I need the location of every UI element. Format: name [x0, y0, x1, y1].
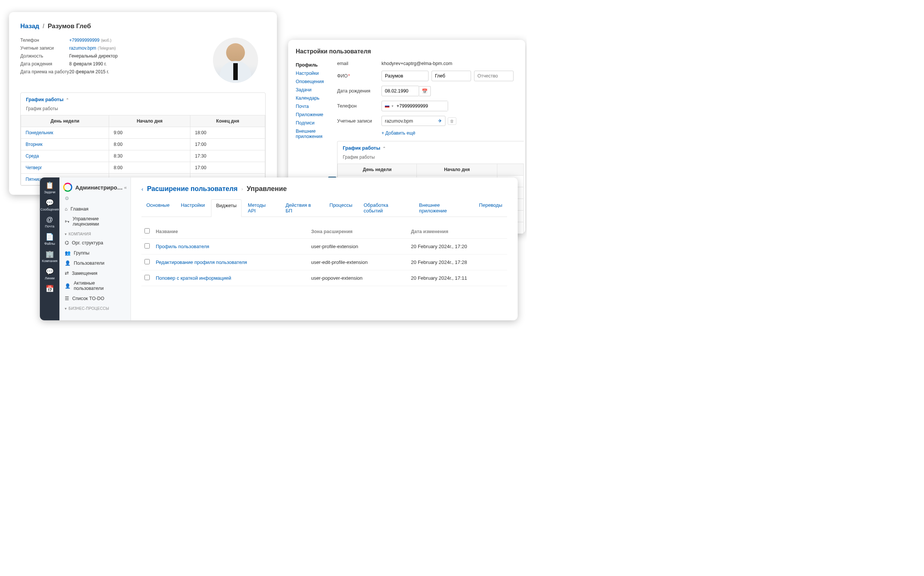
table-row[interactable]: Поповер с краткой информациейuser-popove… [141, 270, 507, 286]
logo-icon [63, 183, 72, 192]
settings-nav-item[interactable]: Задачи [296, 86, 333, 94]
table-row: Четверг8:0017:00 [21, 162, 265, 174]
rail-item[interactable]: 💬Линии [45, 267, 55, 280]
chevron-up-icon: ⌃ [66, 98, 69, 102]
select-all-checkbox[interactable] [144, 228, 150, 234]
nav-todo[interactable]: ☰Список TO-DO [59, 293, 130, 303]
rail-item[interactable]: 🏢Компания [42, 250, 57, 263]
table-row[interactable]: Профиль пользователяuser-profile-extensi… [141, 239, 507, 254]
gear-icon[interactable]: ⚙ [59, 195, 130, 204]
account-input[interactable]: razumov.bpm✈ [382, 116, 446, 126]
flag-ru-icon[interactable] [385, 104, 390, 107]
settings-nav-item[interactable]: Подписи [296, 119, 333, 127]
rail-item[interactable]: 📅 [45, 285, 54, 294]
tab[interactable]: Действия в БП [281, 199, 323, 216]
nav-title: Администриров… [75, 184, 124, 190]
settings-nav-item[interactable]: Календарь [296, 94, 333, 102]
settings-nav-item[interactable]: Почта [296, 102, 333, 110]
settings-nav-item[interactable]: Внешние приложения [296, 127, 333, 141]
table-row: Понедельник9:0018:00 [21, 127, 265, 139]
settings-nav-item[interactable]: Настройки [296, 69, 333, 77]
active-icon: 👤 [65, 283, 71, 289]
phone-value[interactable]: +79999999999 [69, 38, 99, 43]
rail-item[interactable]: 📄Файлы [44, 233, 55, 245]
dob-value: 8 февраля 1990 г. [69, 61, 106, 67]
tab[interactable]: Виджеты [211, 199, 241, 217]
settings-nav-item[interactable]: Оповещения [296, 77, 333, 86]
crumb-parent[interactable]: Расширение пользователя [147, 185, 238, 193]
nav-substitutions[interactable]: ⇄Замещения [59, 268, 130, 278]
nav-group-company[interactable]: ▾КОМПАНИЯ [59, 229, 130, 238]
tab[interactable]: Основные [141, 199, 175, 216]
tab[interactable]: Внешнее приложение [414, 199, 473, 216]
rail-item[interactable]: @Почта [45, 216, 55, 228]
rail: 📋Задачи💬Сообщения@Почта📄Файлы🏢Компания💬Л… [40, 178, 59, 320]
dob-input[interactable] [382, 86, 419, 96]
add-more-link[interactable]: + Добавить ещё [382, 130, 524, 136]
email-label: email [337, 61, 382, 66]
col-name: Название [153, 224, 308, 239]
hire-value: 20 февраля 2015 г. [69, 69, 109, 74]
widget-link[interactable]: Редактирование профиля пользователя [156, 259, 247, 265]
row-checkbox[interactable] [144, 243, 150, 248]
phone-input[interactable] [395, 101, 448, 111]
account-label: Учетные записи [20, 45, 69, 51]
nav-group-bp[interactable]: ▾БИЗНЕС-ПРОЦЕССЫ [59, 303, 130, 312]
col-start: Начало дня [109, 115, 190, 127]
dob-label: Дата рождения [20, 61, 69, 67]
collapse-icon[interactable]: « [124, 185, 127, 190]
back-icon[interactable]: ‹ [141, 186, 143, 192]
phone-input-wrap[interactable]: ▾ [382, 101, 448, 111]
telegram-icon: ✈ [438, 118, 442, 124]
home-icon: ⌂ [65, 206, 68, 212]
col-start: Начало дня [417, 164, 497, 176]
table-row[interactable]: Редактирование профиля пользователяuser-… [141, 254, 507, 270]
row-checkbox[interactable] [144, 259, 150, 264]
nav-orgstructure[interactable]: ⌬Орг. структура [59, 238, 130, 248]
lastname-input[interactable] [382, 71, 428, 81]
tab[interactable]: Методы API [243, 199, 279, 216]
settings-nav-item[interactable]: Профиль [296, 61, 333, 69]
dob-label: Дата рождения [337, 88, 382, 94]
phone-label: Телефон [337, 103, 382, 109]
swap-icon: ⇄ [65, 270, 69, 276]
key-icon: 🗝 [65, 219, 70, 224]
back-link[interactable]: Назад [20, 22, 39, 30]
nav-groups[interactable]: 👥Группы [59, 248, 130, 258]
hire-label: Дата приема на работу [20, 69, 69, 74]
rail-item[interactable]: 📋Задачи [44, 181, 55, 194]
rail-item[interactable]: 💬Сообщения [41, 198, 59, 211]
delete-account-icon[interactable]: 🗑 [448, 117, 456, 125]
schedule-subtitle: График работы [337, 155, 524, 163]
fio-label: ФИО* [337, 73, 382, 78]
calendar-icon[interactable]: 📅 [419, 86, 431, 96]
firstname-input[interactable] [432, 71, 471, 81]
admin-card: 📋Задачи💬Сообщения@Почта📄Файлы🏢Компания💬Л… [40, 178, 518, 320]
tab[interactable]: Настройки [176, 199, 210, 216]
position-label: Должность [20, 53, 69, 59]
schedule-toggle[interactable]: График работы ⌃ [21, 93, 265, 106]
tab[interactable]: Обработка событий [359, 199, 412, 216]
account-value[interactable]: razumov.bpm [69, 45, 96, 51]
widget-link[interactable]: Поповер с краткой информацией [156, 275, 231, 281]
tab[interactable]: Переводы [474, 199, 507, 216]
nav-users[interactable]: 👤Пользователи [59, 258, 130, 268]
schedule-table: День недели Начало дня Конец дня Понедел… [21, 115, 265, 186]
col-zone: Зона расширения [308, 224, 408, 239]
admin-nav: Администриров… « ⚙ ⌂Главная 🗝Управление … [59, 178, 131, 320]
breadcrumb: ‹ Расширение пользователя › Управление [141, 185, 507, 193]
phone-label: Телефон [20, 38, 69, 43]
schedule-toggle[interactable]: График работы ⌃ [337, 141, 524, 155]
settings-nav-item[interactable]: Приложение [296, 110, 333, 119]
nav-active-users[interactable]: 👤Активные пользователи [59, 278, 130, 293]
col-day: День недели [338, 164, 417, 176]
patronymic-input[interactable] [474, 71, 513, 81]
col-day: День недели [21, 115, 109, 127]
row-checkbox[interactable] [144, 275, 150, 280]
nav-licenses[interactable]: 🗝Управление лицензиями [59, 214, 130, 229]
nav-home[interactable]: ⌂Главная [59, 204, 130, 214]
position-value: Генеральный директор [69, 53, 118, 59]
widget-link[interactable]: Профиль пользователя [156, 244, 209, 249]
org-icon: ⌬ [65, 240, 69, 245]
tab[interactable]: Процессы [325, 199, 358, 216]
